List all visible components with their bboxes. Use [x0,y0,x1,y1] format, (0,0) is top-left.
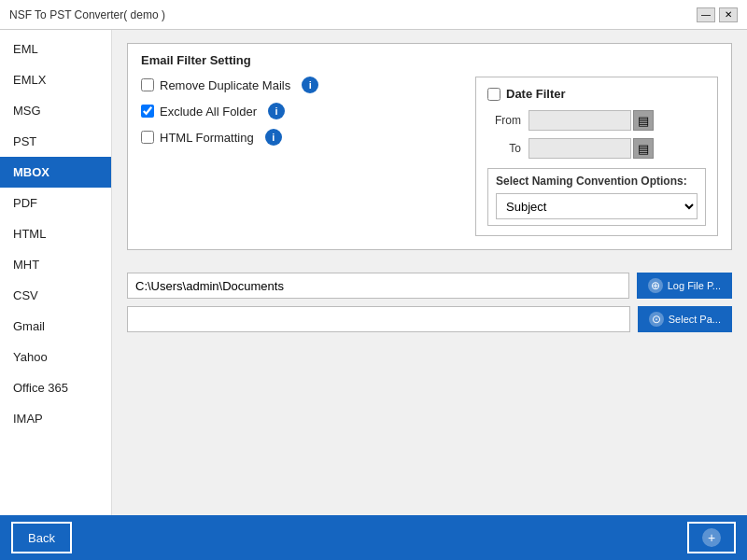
content-area: Email Filter Setting Remove Duplicate Ma… [112,30,747,515]
filter-right: Date Filter From ▤ To ▤ [475,77,718,236]
remove-duplicate-info-icon[interactable]: i [302,77,318,93]
exclude-folder-row: Exclude All Folder i [141,103,466,119]
convert-button[interactable]: + [687,522,736,553]
path-row-2: ⊙ Select Pa... [127,306,732,332]
sidebar-item-msg[interactable]: MSG [0,95,111,126]
html-formatting-row: HTML Formatting i [141,129,466,146]
sidebar-item-pdf[interactable]: PDF [0,188,111,218]
exclude-folder-label: Exclude All Folder [160,105,257,119]
date-to-group: ▤ [529,138,654,159]
path-input-1[interactable] [127,273,629,299]
sidebar-item-office365[interactable]: Office 365 [0,372,111,403]
date-from-row: From ▤ [487,110,706,131]
sidebar-item-emlx[interactable]: EMLX [0,64,111,95]
naming-convention-label: Select Naming Convention Options: [496,175,698,188]
filter-left: Remove Duplicate Mails i Exclude All Fol… [141,77,466,236]
convert-icon: + [702,528,721,547]
sidebar-item-yahoo[interactable]: Yahoo [0,342,111,372]
log-file-label: Log File P... [668,280,721,291]
sidebar-item-mht[interactable]: MHT [0,249,111,280]
sidebar-item-pst[interactable]: PST [0,126,111,157]
html-formatting-checkbox[interactable] [141,131,154,144]
date-to-row: To ▤ [487,138,706,159]
html-formatting-info-icon[interactable]: i [265,129,282,146]
select-path-label: Select Pa... [669,314,721,325]
exclude-folder-info-icon[interactable]: i [268,103,285,119]
sidebar: EMLEMLXMSGPSTMBOXPDFHTMLMHTCSVGmailYahoo… [0,30,112,515]
sidebar-item-html[interactable]: HTML [0,218,111,249]
html-formatting-label: HTML Formatting [160,131,254,145]
date-to-label: To [487,142,521,155]
remove-duplicate-label: Remove Duplicate Mails [160,78,290,92]
naming-convention-select[interactable]: SubjectDateFromTo [496,193,698,219]
close-button[interactable]: ✕ [719,7,738,22]
window-controls: — ✕ [697,7,738,22]
sidebar-item-imap[interactable]: IMAP [0,403,111,434]
minimize-button[interactable]: — [697,7,715,22]
remove-duplicate-row: Remove Duplicate Mails i [141,77,466,93]
back-button[interactable]: Back [11,522,72,553]
exclude-folder-checkbox[interactable] [141,105,154,118]
email-filter-section: Email Filter Setting Remove Duplicate Ma… [127,43,732,250]
date-from-input[interactable] [529,110,631,131]
filter-section-title: Email Filter Setting [141,53,718,67]
sidebar-item-mbox[interactable]: MBOX [0,157,111,188]
window-title: NSF To PST Converter( demo ) [9,8,165,21]
select-path-icon: ⊙ [649,312,664,327]
naming-border: Select Naming Convention Options: Subjec… [487,168,706,226]
bottom-bar: Back + [0,515,747,560]
date-to-input[interactable] [529,138,631,159]
back-label: Back [28,531,55,545]
date-filter-checkbox[interactable] [487,88,500,101]
sidebar-item-eml[interactable]: EML [0,34,111,64]
sidebar-item-csv[interactable]: CSV [0,280,111,311]
log-file-icon: ⊕ [648,278,663,293]
title-bar: NSF To PST Converter( demo ) — ✕ [0,0,747,30]
date-from-group: ▤ [529,110,654,131]
path-section: ⊕ Log File P... ⊙ Select Pa... [127,273,732,332]
path-input-2[interactable] [127,306,630,332]
naming-section: Select Naming Convention Options: Subjec… [487,168,706,226]
filter-inner: Remove Duplicate Mails i Exclude All Fol… [141,77,718,236]
date-from-picker-button[interactable]: ▤ [633,110,654,131]
log-file-button[interactable]: ⊕ Log File P... [637,273,732,299]
main-container: EMLEMLXMSGPSTMBOXPDFHTMLMHTCSVGmailYahoo… [0,30,747,515]
path-row-1: ⊕ Log File P... [127,273,732,299]
select-path-button[interactable]: ⊙ Select Pa... [638,306,732,332]
remove-duplicate-checkbox[interactable] [141,78,154,91]
date-from-label: From [487,114,521,127]
date-to-picker-button[interactable]: ▤ [633,138,654,159]
date-filter-label: Date Filter [506,87,566,101]
date-filter-header: Date Filter [487,87,706,101]
sidebar-item-gmail[interactable]: Gmail [0,311,111,342]
